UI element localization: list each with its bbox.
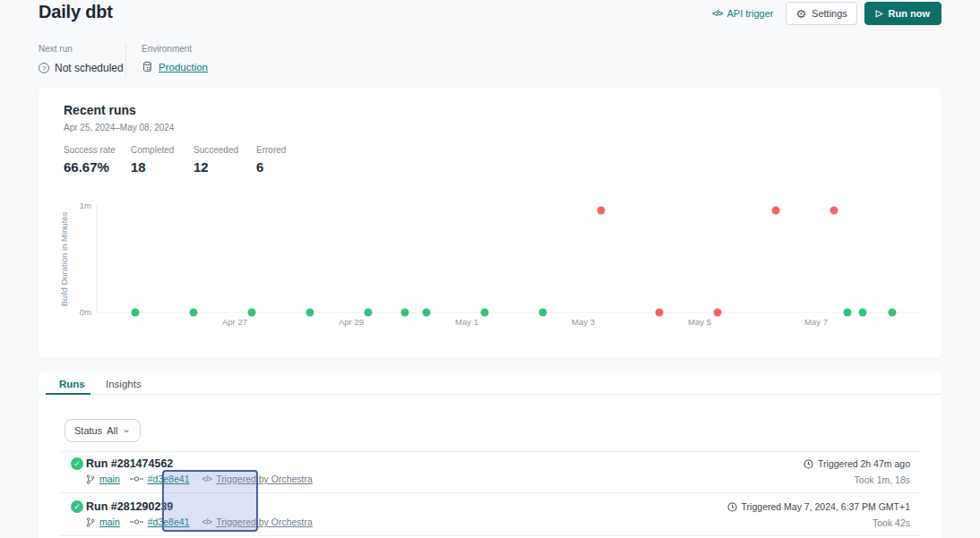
triggered-text: Triggered 2h 47m ago — [818, 458, 910, 469]
y-tick-label: 0m — [80, 307, 91, 317]
environment-link[interactable]: Production — [159, 62, 208, 73]
header-actions: </> API trigger ⚙ Settings ▷ Run now — [712, 1, 941, 26]
chart-point-errored — [772, 207, 780, 215]
x-tick-label: May 5 — [688, 317, 711, 327]
x-tick-label: May 1 — [455, 317, 478, 327]
chart-point-succeeded — [306, 309, 314, 317]
selection-highlight-overlay — [162, 470, 258, 532]
y-tick-label: 1m — [80, 201, 91, 210]
environment-label: Environment — [142, 44, 208, 54]
run-title: Run #281290239 — [86, 500, 173, 513]
database-icon — [142, 61, 153, 73]
clock-icon — [727, 502, 737, 512]
took-text: Took 42s — [727, 517, 910, 528]
branch-link[interactable]: main — [99, 474, 120, 484]
chart-point-succeeded — [248, 309, 256, 317]
list-divider — [60, 535, 920, 536]
git-branch-icon — [86, 474, 95, 484]
tabbar-divider — [39, 394, 941, 395]
chart-point-succeeded — [132, 309, 140, 317]
triggered-text: Triggered May 7, 2024, 6:37 PM GMT+1 — [742, 501, 910, 512]
chart-point-succeeded — [844, 309, 852, 317]
chart-point-errored — [656, 309, 664, 317]
api-trigger-label: API trigger — [726, 8, 773, 19]
took-text: Took 1m, 18s — [804, 474, 910, 485]
next-run-label: Next run — [39, 44, 124, 54]
chart-point-succeeded — [889, 309, 897, 317]
x-tick-label: May 3 — [572, 317, 595, 327]
status-filter-label: Status — [74, 425, 102, 436]
gear-icon: ⚙ — [795, 8, 806, 20]
chart-point-errored — [597, 207, 606, 215]
chart-point-errored — [830, 207, 838, 215]
branch-link[interactable]: main — [99, 517, 120, 527]
play-icon: ▷ — [876, 9, 883, 18]
x-tick-label: Apr 29 — [339, 317, 364, 327]
chart-point-succeeded — [539, 309, 547, 317]
next-run-value: Not scheduled — [55, 62, 124, 74]
question-circle-icon: ? — [39, 63, 49, 73]
y-axis-title: Build Duration in Minutes — [59, 211, 69, 306]
recent-runs-card: Recent runs Apr 25, 2024–May 08, 2024 Su… — [39, 88, 941, 358]
git-commit-icon — [130, 475, 143, 482]
chart-point-succeeded — [401, 309, 409, 317]
job-page: Daily dbt </> API trigger ⚙ Settings ▷ R… — [0, 0, 980, 538]
duration-scatter-chart: Build Duration in Minutes1m0mApr 27Apr 2… — [39, 88, 941, 358]
code-icon: </> — [712, 9, 723, 18]
tab-insights[interactable]: Insights — [106, 379, 142, 389]
x-tick-label: May 7 — [804, 317, 828, 327]
active-tab-underline — [46, 393, 90, 395]
status-filter-value: All — [107, 425, 117, 436]
next-run-section: Next run ? Not scheduled — [39, 44, 124, 74]
git-commit-icon — [130, 518, 143, 525]
environment-section: Environment Production — [142, 44, 208, 73]
chart-point-succeeded — [481, 309, 489, 317]
git-branch-icon — [86, 517, 95, 527]
chart-point-succeeded — [859, 309, 867, 317]
run-success-icon: ✓ — [71, 500, 83, 513]
chart-point-succeeded — [423, 309, 431, 317]
chart-point-succeeded — [190, 309, 198, 317]
clock-icon — [804, 459, 813, 469]
run-success-icon: ✓ — [71, 457, 83, 470]
run-title: Run #281474562 — [86, 457, 173, 470]
settings-label: Settings — [812, 8, 847, 19]
meta-divider — [125, 44, 126, 77]
status-filter-dropdown[interactable]: Status All ⌄ — [64, 419, 141, 442]
chevron-down-icon: ⌄ — [122, 426, 130, 432]
settings-button[interactable]: ⚙ Settings — [786, 2, 856, 25]
run-now-button[interactable]: ▷ Run now — [864, 2, 941, 25]
api-trigger-link[interactable]: </> API trigger — [712, 8, 773, 19]
tab-runs[interactable]: Runs — [59, 379, 85, 389]
chart-point-errored — [714, 309, 722, 317]
chart-point-succeeded — [365, 309, 373, 317]
x-tick-label: Apr 27 — [222, 317, 247, 327]
run-now-label: Run now — [889, 8, 930, 19]
page-title: Daily dbt — [39, 2, 113, 22]
